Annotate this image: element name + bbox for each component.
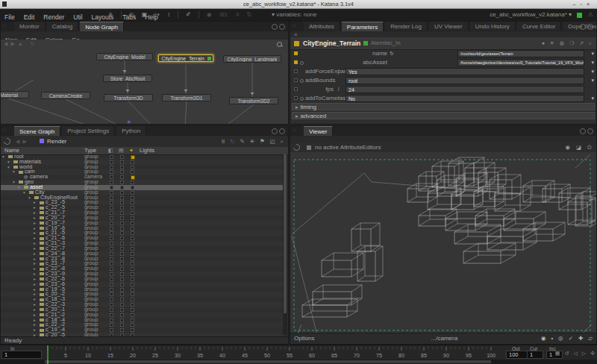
column-lights[interactable]: Lights bbox=[140, 147, 154, 154]
search-icon[interactable]: ⌕ bbox=[281, 138, 284, 145]
scenegraph-row-CityEngineRoot[interactable]: ▾CityEngineRootgroup bbox=[1, 195, 283, 201]
session-dropdown[interactable]: ce_abc_workflow_v2.katana* ▾ bbox=[490, 9, 572, 21]
flag-icon[interactable]: ⚑ bbox=[260, 138, 265, 145]
scenegraph-row-c_23_-7[interactable]: ▸c_23_-7group bbox=[1, 261, 283, 266]
pane-split-icon[interactable] bbox=[580, 24, 586, 30]
row-checkbox[interactable] bbox=[120, 216, 124, 220]
graph-node-cityengine_landmark[interactable]: CityEngine_Landmark bbox=[223, 55, 281, 63]
row-checkbox[interactable] bbox=[120, 257, 124, 261]
row-checkbox[interactable] bbox=[110, 236, 113, 240]
param-enable-checkbox[interactable] bbox=[294, 60, 298, 64]
row-checkbox[interactable] bbox=[120, 191, 124, 195]
scenegraph-scrollbar[interactable] bbox=[283, 154, 287, 335]
link-icon[interactable]: ▱ bbox=[588, 335, 593, 342]
dropdown-arrow-icon[interactable]: ▾ bbox=[591, 67, 594, 76]
visibility-icon[interactable]: ◧ bbox=[108, 147, 113, 154]
pane-grip-icon[interactable]: ∷ bbox=[3, 23, 6, 29]
scenegraph-row-c_21_-6[interactable]: ▸c_21_-6group bbox=[1, 236, 283, 241]
row-checkbox[interactable] bbox=[131, 211, 134, 215]
pencil-icon[interactable]: ✎ bbox=[240, 138, 244, 145]
param-enable-checkbox[interactable] bbox=[294, 78, 298, 82]
row-checkbox[interactable] bbox=[120, 313, 124, 317]
param-value-name[interactable]: /root/world/geo/asset/Terrain bbox=[457, 50, 584, 57]
row-checkbox[interactable] bbox=[131, 267, 134, 271]
expand-icon[interactable]: ◰ bbox=[270, 138, 275, 145]
threed-label[interactable]: 3D: bbox=[219, 11, 228, 18]
row-checkbox[interactable] bbox=[110, 267, 113, 271]
pane-split-icon[interactable] bbox=[580, 128, 586, 134]
dot-icon[interactable]: • bbox=[551, 335, 553, 342]
redirect-icon[interactable]: ↪ bbox=[154, 11, 160, 18]
row-checkbox[interactable] bbox=[120, 186, 124, 189]
row-checkbox[interactable] bbox=[110, 201, 113, 204]
timeline-scrollbar[interactable] bbox=[0, 360, 597, 364]
pane-menu-icon[interactable] bbox=[279, 24, 285, 30]
row-checkbox[interactable] bbox=[120, 277, 124, 281]
param-state-icon[interactable]: ʃ bbox=[338, 95, 339, 100]
in-field[interactable]: 1 bbox=[1, 351, 42, 359]
options-button[interactable]: Options bbox=[294, 333, 315, 344]
light-badge[interactable] bbox=[131, 175, 135, 180]
scenegraph-tab-project-settings[interactable]: Project Settings bbox=[62, 126, 115, 135]
scenegraph-row-c_19_-7[interactable]: ▸c_19_-7group bbox=[1, 221, 283, 226]
parameters-tab-curve-editor[interactable]: Curve Editor bbox=[517, 22, 561, 31]
dropdown-arrow-icon[interactable]: ▾ bbox=[591, 76, 594, 85]
pane-menu-icon[interactable] bbox=[587, 24, 593, 30]
scenegraph-row-camera[interactable]: ◎cameracamera bbox=[1, 175, 283, 180]
nodegraph-tab-catalog[interactable]: Catalog bbox=[47, 22, 79, 31]
graph-node-cameracreate[interactable]: CameraCreate bbox=[41, 92, 90, 99]
pause-icon[interactable]: II bbox=[222, 138, 225, 145]
node-enabled-indicator[interactable] bbox=[363, 41, 368, 46]
scenegraph-nav-icons[interactable]: ◀▶ bbox=[16, 136, 30, 147]
variables-dropdown[interactable]: ▾ variables: none bbox=[272, 9, 317, 21]
row-checkbox[interactable] bbox=[131, 303, 134, 307]
current-frame-field[interactable]: 1 bbox=[527, 351, 543, 359]
row-checkbox[interactable] bbox=[110, 181, 113, 184]
row-checkbox[interactable] bbox=[120, 222, 124, 225]
row-checkbox[interactable] bbox=[110, 206, 113, 210]
row-checkbox[interactable] bbox=[110, 308, 113, 312]
timeline-scroll-thumb[interactable] bbox=[45, 360, 491, 363]
loop-icon[interactable]: ↻ bbox=[247, 11, 252, 18]
row-checkbox[interactable] bbox=[110, 257, 113, 261]
row-checkbox[interactable] bbox=[110, 262, 113, 266]
dot-icon[interactable]: ● bbox=[542, 40, 545, 46]
step-back-icon[interactable]: ◁ bbox=[573, 351, 577, 356]
row-checkbox[interactable] bbox=[131, 201, 134, 204]
row-checkbox[interactable] bbox=[131, 196, 134, 200]
scenegraph-row-c_18_-4[interactable]: ▸c_18_-4group bbox=[1, 318, 283, 323]
scenegraph-row-c_22_-2[interactable]: ▸c_22_-2group bbox=[1, 322, 283, 327]
pane-menu-icon[interactable] bbox=[587, 128, 593, 134]
row-checkbox[interactable] bbox=[120, 252, 124, 256]
row-checkbox[interactable] bbox=[110, 211, 113, 215]
row-checkbox[interactable] bbox=[120, 292, 124, 296]
chat-icon[interactable]: ❍ bbox=[569, 40, 574, 46]
row-checkbox[interactable] bbox=[120, 267, 124, 271]
scenegraph-row-c_19_-5[interactable]: ▸c_19_-5group bbox=[1, 287, 283, 292]
param-value-addToCamerasList[interactable]: No bbox=[346, 95, 584, 102]
row-checkbox[interactable] bbox=[131, 242, 134, 245]
row-checkbox[interactable] bbox=[120, 170, 124, 174]
row-checkbox[interactable] bbox=[131, 186, 134, 189]
scenegraph-row-c_23_-6[interactable]: ▸c_23_-6group bbox=[1, 282, 283, 287]
graph-node-transform3d[interactable]: Transform3D bbox=[104, 94, 153, 101]
graph-node-transform3d2[interactable]: Transform3D2 bbox=[229, 97, 278, 104]
row-checkbox[interactable] bbox=[120, 288, 124, 292]
sync-icon[interactable]: ↻ bbox=[230, 138, 234, 145]
loop-icon[interactable]: ↺ bbox=[564, 351, 569, 356]
row-checkbox[interactable] bbox=[110, 227, 113, 230]
pane-split-icon[interactable] bbox=[272, 24, 278, 30]
scenegraph-row-c_23_-8[interactable]: ▸c_23_-8group bbox=[1, 257, 283, 262]
pane-grip-icon[interactable]: ∷ bbox=[293, 23, 296, 29]
scenegraph-row-world[interactable]: ▾worldgroup bbox=[1, 165, 283, 170]
dropdown-arrow-icon[interactable]: ▾ bbox=[591, 49, 594, 58]
row-checkbox[interactable] bbox=[110, 170, 113, 174]
row-checkbox[interactable] bbox=[131, 288, 134, 292]
row-checkbox[interactable] bbox=[110, 231, 113, 235]
row-checkbox[interactable] bbox=[131, 283, 134, 286]
viewer-camera-path[interactable]: .../camera bbox=[431, 333, 458, 344]
scenegraph-row-c_20_-2[interactable]: ▸c_20_-2group bbox=[1, 292, 283, 297]
link-icon[interactable]: ↗ bbox=[579, 40, 584, 46]
row-checkbox[interactable] bbox=[120, 211, 124, 215]
row-checkbox[interactable] bbox=[110, 247, 113, 251]
